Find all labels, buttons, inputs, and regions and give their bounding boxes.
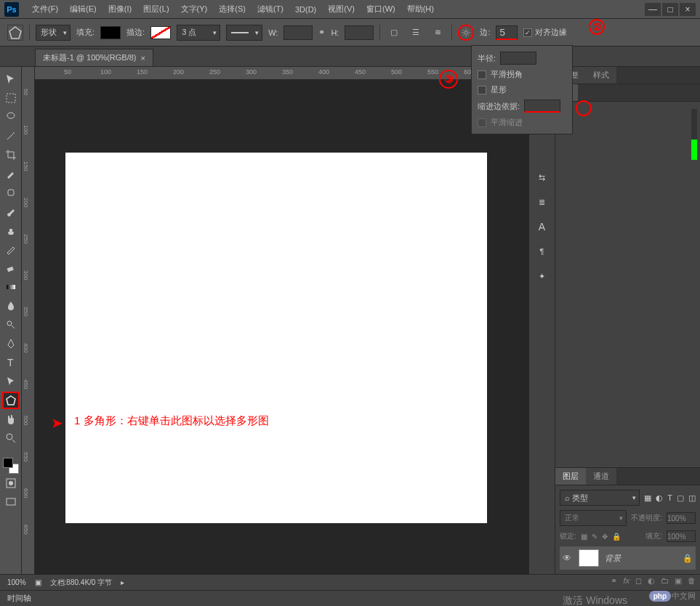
doc-size-icon[interactable]: ▣: [35, 578, 41, 586]
delete-layer-icon[interactable]: 🗑: [688, 576, 696, 586]
visibility-toggle-icon[interactable]: 👁: [563, 553, 573, 563]
quick-mask-tool[interactable]: [2, 474, 20, 492]
blend-mode-dropdown[interactable]: 正常: [560, 510, 627, 526]
height-input[interactable]: [345, 25, 374, 40]
stroke-style-dropdown[interactable]: [226, 25, 262, 41]
canvas-area[interactable]: ➤ 1 多角形：右键单击此图标以选择多形图: [35, 80, 528, 574]
align-edges-checkbox[interactable]: ✓ 对齐边缘: [523, 27, 567, 38]
clone-stamp-tool[interactable]: [2, 222, 20, 239]
healing-brush-tool[interactable]: [2, 184, 20, 201]
blur-tool[interactable]: [2, 297, 20, 315]
adjustment-layer-icon[interactable]: ◐: [648, 576, 655, 586]
marquee-tool[interactable]: [2, 89, 20, 107]
opacity-input[interactable]: [667, 512, 696, 524]
vertical-ruler[interactable]: 50100150200250300350400450500550600650: [22, 67, 35, 574]
menu-window[interactable]: 窗口(W): [361, 4, 401, 15]
shape-mode-dropdown[interactable]: 形状: [36, 25, 71, 41]
tab-styles[interactable]: 样式: [586, 67, 616, 84]
minimize-button[interactable]: —: [645, 3, 661, 16]
document-canvas[interactable]: [65, 153, 487, 523]
move-tool[interactable]: [2, 70, 20, 88]
path-arrange-icon[interactable]: ≋: [430, 25, 446, 41]
brush-tool[interactable]: [2, 203, 20, 220]
magic-wand-tool[interactable]: [2, 127, 20, 145]
indent-input[interactable]: [524, 100, 560, 113]
menu-filter[interactable]: 滤镜(T): [252, 4, 289, 15]
type-tool[interactable]: T: [2, 354, 20, 371]
maximize-button[interactable]: □: [662, 3, 678, 16]
menu-select[interactable]: 选择(S): [213, 4, 252, 15]
layer-fx-icon[interactable]: fx: [623, 576, 629, 586]
color-swatches[interactable]: [3, 458, 19, 474]
pen-tool[interactable]: [2, 335, 20, 352]
radius-input[interactable]: [500, 52, 536, 65]
layer-mask-icon[interactable]: ◻: [635, 576, 642, 586]
polygon-tool[interactable]: [2, 392, 20, 409]
actions-panel-icon[interactable]: ≣: [534, 193, 551, 211]
zoom-tool[interactable]: [2, 429, 20, 447]
eraser-tool[interactable]: [2, 259, 20, 277]
foreground-color[interactable]: [3, 458, 13, 468]
filter-type-icon[interactable]: T: [667, 493, 672, 502]
lock-pixels-icon[interactable]: ✎: [592, 533, 598, 541]
tab-layers[interactable]: 图层: [555, 468, 586, 485]
close-tab-button[interactable]: ×: [141, 54, 145, 62]
horizontal-ruler[interactable]: 50100150200250300350400450500550600: [35, 67, 528, 80]
layer-filter-dropdown[interactable]: ⌕ 类型: [560, 490, 640, 506]
stroke-swatch[interactable]: [150, 26, 171, 39]
filter-shape-icon[interactable]: ▢: [677, 493, 684, 503]
menu-3d[interactable]: 3D(D): [289, 5, 322, 14]
layer-group-icon[interactable]: 🗀: [661, 576, 669, 586]
lock-all-icon[interactable]: 🔒: [612, 533, 621, 541]
menu-help[interactable]: 帮助(H): [401, 4, 440, 15]
zoom-level[interactable]: 100%: [7, 578, 26, 586]
doc-info[interactable]: 文档:880.4K/0 字节: [50, 578, 113, 588]
stroke-width-dropdown[interactable]: 3 点: [177, 25, 220, 41]
filter-smart-icon[interactable]: ◫: [688, 493, 696, 503]
smooth-indents-checkbox[interactable]: 平滑缩进: [478, 117, 566, 128]
filter-pixel-icon[interactable]: ▦: [644, 493, 651, 503]
path-align-icon[interactable]: ☰: [408, 25, 424, 41]
lock-transparency-icon[interactable]: ▦: [581, 533, 587, 541]
crop-tool[interactable]: [2, 146, 20, 163]
hand-tool[interactable]: [2, 411, 20, 428]
tool-preset-polygon[interactable]: [7, 25, 23, 41]
menu-type[interactable]: 文字(Y): [175, 4, 214, 15]
new-layer-icon[interactable]: ▣: [675, 576, 682, 586]
screen-mode-tool[interactable]: [2, 493, 20, 511]
menu-file[interactable]: 文件(F): [26, 4, 64, 15]
history-panel-icon[interactable]: ⇆: [534, 169, 551, 186]
lock-position-icon[interactable]: ✥: [602, 533, 608, 541]
close-window-button[interactable]: ×: [680, 3, 696, 16]
menu-image[interactable]: 图像(I): [102, 4, 137, 15]
dodge-tool[interactable]: [2, 316, 20, 334]
history-brush-tool[interactable]: [2, 241, 20, 258]
paragraph-panel-icon[interactable]: ¶: [534, 243, 551, 260]
link-icon[interactable]: ⚭: [318, 28, 325, 37]
character-panel-icon[interactable]: A: [534, 218, 551, 235]
star-checkbox[interactable]: 星形: [478, 84, 566, 95]
sides-input[interactable]: [496, 25, 518, 40]
lasso-tool[interactable]: [2, 108, 20, 126]
layer-item-background[interactable]: 👁 背景 🔒: [560, 546, 696, 570]
brush-settings-icon[interactable]: ✦: [534, 267, 551, 285]
doc-info-arrow-icon[interactable]: ▸: [121, 578, 124, 586]
smooth-corners-checkbox[interactable]: 平滑拐角: [478, 69, 566, 80]
menu-edit[interactable]: 编辑(E): [64, 4, 102, 15]
menu-view[interactable]: 视图(V): [322, 4, 361, 15]
menu-layer[interactable]: 图层(L): [137, 4, 174, 15]
path-combine-icon[interactable]: ▢: [386, 25, 402, 41]
path-selection-tool[interactable]: [2, 373, 20, 390]
layer-thumbnail[interactable]: [579, 549, 599, 567]
gradient-tool[interactable]: [2, 278, 20, 296]
layer-fill-input[interactable]: [667, 530, 696, 542]
filter-adjust-icon[interactable]: ◐: [656, 493, 663, 503]
gear-button[interactable]: [458, 25, 474, 41]
fill-swatch[interactable]: [100, 26, 121, 39]
eyedropper-tool[interactable]: [2, 165, 20, 182]
document-tab[interactable]: 未标题-1 @ 100%(RGB/8) ×: [35, 49, 153, 66]
tab-channels[interactable]: 通道: [586, 468, 616, 485]
width-input[interactable]: [283, 25, 313, 40]
layer-name[interactable]: 背景: [605, 553, 621, 564]
link-layers-icon[interactable]: ⚭: [611, 576, 617, 586]
